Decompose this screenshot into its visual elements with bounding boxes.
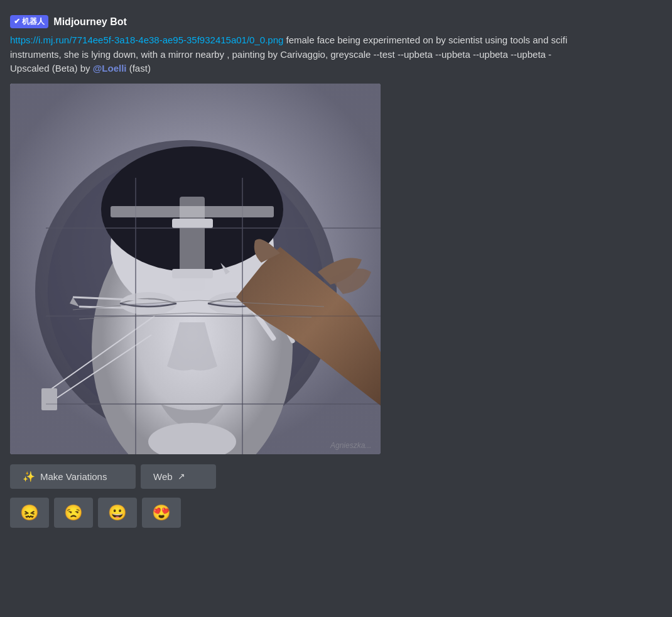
emoji-button-heart-eyes[interactable]: 😍 [142,498,181,528]
make-variations-button[interactable]: ✨ Make Variations [10,464,136,489]
user-mention[interactable]: @Loelli [93,63,127,74]
svg-rect-17 [41,388,57,410]
svg-rect-27 [111,206,274,217]
make-variations-label: Make Variations [40,471,107,482]
image-svg: Agnieszka... [10,84,381,454]
svg-rect-25 [172,219,213,228]
emoji-unamused: 😒 [64,504,83,521]
image-link[interactable]: https://i.mj.run/7714ee5f-3a18-4e38-ae95… [10,35,283,45]
emoji-button-grinning[interactable]: 😀 [98,498,137,528]
action-buttons-row: ✨ Make Variations Web ↗ [10,464,662,489]
emoji-tired: 😖 [20,504,39,521]
web-label: Web [153,471,173,482]
emoji-heart-eyes: 😍 [152,504,171,521]
bot-badge: ✔ 机器人 [10,15,48,28]
svg-text:Agnieszka...: Agnieszka... [330,441,371,450]
svg-rect-26 [172,269,213,278]
message-content: https://i.mj.run/7714ee5f-3a18-4e38-ae95… [10,33,575,76]
generated-image: Agnieszka... [10,84,381,454]
message-header: ✔ 机器人 Midjourney Bot [10,15,662,28]
sparkles-icon: ✨ [23,471,35,483]
emoji-button-tired[interactable]: 😖 [10,498,49,528]
web-button[interactable]: Web ↗ [141,464,216,489]
bot-name: Midjourney Bot [53,16,126,28]
emoji-reactions-row: 😖 😒 😀 😍 [10,498,662,528]
image-container: Agnieszka... [10,84,662,454]
emoji-grinning: 😀 [108,504,127,521]
emoji-button-unamused[interactable]: 😒 [54,498,93,528]
message-container: ✔ 机器人 Midjourney Bot https://i.mj.run/77… [10,10,662,533]
speed-text: (fast) [129,63,151,74]
external-link-icon: ↗ [178,471,185,481]
